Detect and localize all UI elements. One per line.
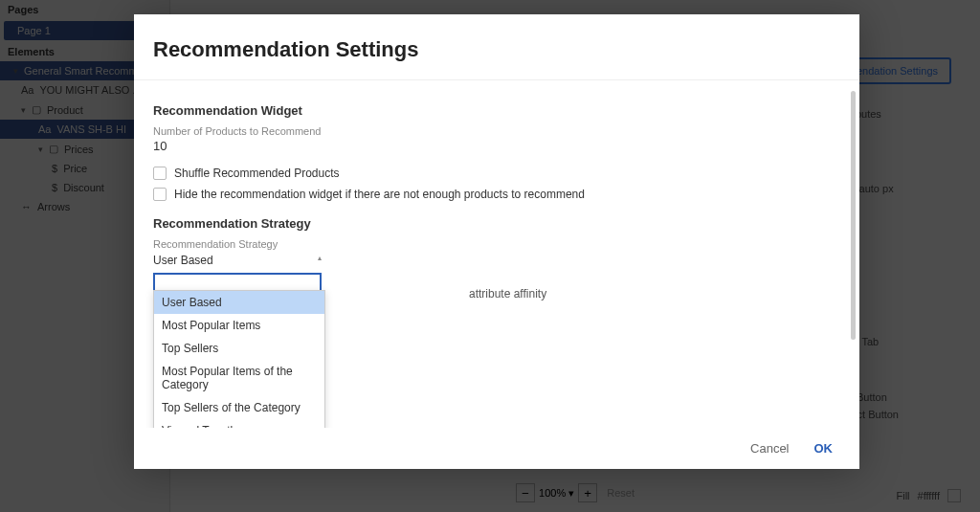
- shuffle-label: Shuffle Recommended Products: [174, 167, 340, 180]
- recommendation-settings-modal: Recommendation Settings Recommendation W…: [134, 14, 859, 469]
- checkbox-icon[interactable]: [153, 167, 167, 180]
- strategy-option[interactable]: Most Popular Items of the Category: [154, 360, 324, 396]
- strategy-option[interactable]: User Based: [154, 291, 324, 314]
- chevron-up-icon: ▴: [318, 254, 322, 262]
- affinity-hint: attribute affinity: [469, 287, 546, 301]
- strategy-select[interactable]: User Based ▴ User Based Most Popular Ite…: [153, 252, 322, 292]
- num-products-label: Number of Products to Recommend: [153, 125, 840, 137]
- ok-button[interactable]: OK: [814, 441, 834, 456]
- strategy-option[interactable]: Viewed Together: [154, 419, 324, 428]
- strategy-option[interactable]: Top Sellers: [154, 337, 324, 360]
- scrollbar[interactable]: [851, 91, 856, 340]
- section-strategy: Recommendation Strategy: [153, 216, 840, 231]
- strategy-dropdown: User Based Most Popular Items Top Seller…: [153, 290, 325, 428]
- modal-body: Recommendation Settings Recommendation W…: [134, 14, 859, 428]
- modal-title: Recommendation Settings: [134, 14, 859, 80]
- checkbox-icon[interactable]: [153, 188, 167, 201]
- strategy-search-input[interactable]: [153, 273, 322, 292]
- num-products-value[interactable]: 10: [153, 139, 840, 153]
- hide-label: Hide the recommendation widget if there …: [174, 188, 585, 201]
- shuffle-checkbox-row[interactable]: Shuffle Recommended Products: [153, 167, 840, 180]
- strategy-option[interactable]: Top Sellers of the Category: [154, 396, 324, 419]
- section-widget: Recommendation Widget: [153, 103, 840, 118]
- cancel-button[interactable]: Cancel: [750, 441, 789, 456]
- strategy-selected-value: User Based: [153, 254, 213, 267]
- strategy-option[interactable]: Most Popular Items: [154, 314, 324, 337]
- hide-checkbox-row[interactable]: Hide the recommendation widget if there …: [153, 188, 840, 201]
- modal-footer: Cancel OK: [134, 428, 859, 469]
- strategy-label: Recommendation Strategy: [153, 238, 840, 250]
